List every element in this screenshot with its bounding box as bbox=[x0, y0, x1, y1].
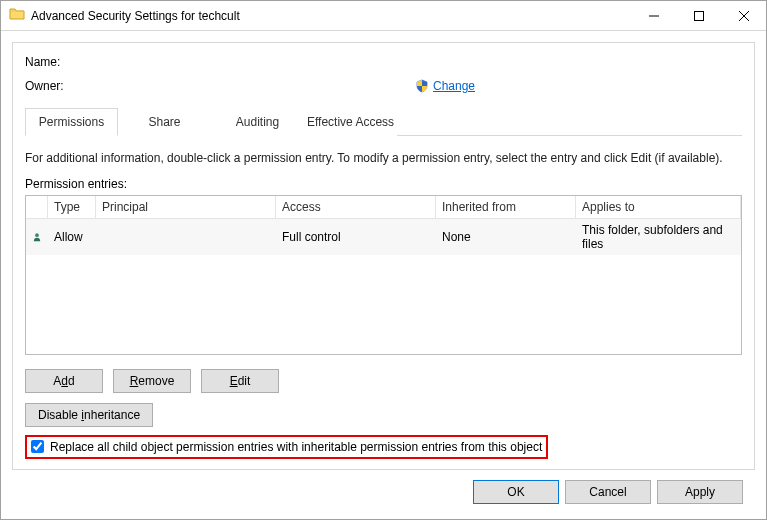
entry-buttons-row: Add Remove Edit bbox=[25, 369, 742, 393]
col-icon[interactable] bbox=[26, 196, 48, 218]
window-title: Advanced Security Settings for techcult bbox=[31, 9, 631, 23]
svg-point-4 bbox=[35, 233, 39, 237]
permission-entries-grid[interactable]: Type Principal Access Inherited from App… bbox=[25, 195, 742, 355]
cell-inherited: None bbox=[436, 226, 576, 248]
grid-header: Type Principal Access Inherited from App… bbox=[26, 196, 741, 219]
remove-button[interactable]: Remove bbox=[113, 369, 191, 393]
disable-inheritance-row: Disable inheritance bbox=[25, 403, 742, 427]
replace-child-entries-label: Replace all child object permission entr… bbox=[50, 440, 542, 454]
entries-label: Permission entries: bbox=[25, 177, 742, 191]
cell-access: Full control bbox=[276, 226, 436, 248]
edit-button[interactable]: Edit bbox=[201, 369, 279, 393]
col-applies[interactable]: Applies to bbox=[576, 196, 741, 218]
close-button[interactable] bbox=[721, 1, 766, 31]
disable-inheritance-button[interactable]: Disable inheritance bbox=[25, 403, 153, 427]
content-area: Name: Owner: Chan bbox=[1, 31, 766, 520]
apply-button[interactable]: Apply bbox=[657, 480, 743, 504]
titlebar: Advanced Security Settings for techcult bbox=[1, 1, 766, 31]
table-row[interactable]: Allow Full control None This folder, sub… bbox=[26, 219, 741, 255]
tab-auditing[interactable]: Auditing bbox=[211, 108, 304, 136]
tab-share[interactable]: Share bbox=[118, 108, 211, 136]
user-icon bbox=[26, 226, 48, 248]
col-inherited[interactable]: Inherited from bbox=[436, 196, 576, 218]
name-label: Name: bbox=[25, 55, 115, 69]
shield-icon bbox=[415, 79, 429, 93]
minimize-button[interactable] bbox=[631, 1, 676, 31]
cancel-button[interactable]: Cancel bbox=[565, 480, 651, 504]
cell-principal bbox=[96, 233, 276, 241]
panel: Name: Owner: Chan bbox=[12, 42, 755, 470]
ok-button[interactable]: OK bbox=[473, 480, 559, 504]
owner-row: Owner: Change bbox=[25, 79, 742, 93]
add-button[interactable]: Add bbox=[25, 369, 103, 393]
window: Advanced Security Settings for techcult … bbox=[0, 0, 767, 520]
col-access[interactable]: Access bbox=[276, 196, 436, 218]
change-owner-link[interactable]: Change bbox=[433, 79, 475, 93]
owner-label: Owner: bbox=[25, 79, 115, 93]
svg-rect-1 bbox=[694, 11, 703, 20]
cell-type: Allow bbox=[48, 226, 96, 248]
col-principal[interactable]: Principal bbox=[96, 196, 276, 218]
replace-child-entries-checkbox-row[interactable]: Replace all child object permission entr… bbox=[25, 435, 548, 459]
info-text: For additional information, double-click… bbox=[25, 150, 742, 167]
dialog-footer: OK Cancel Apply bbox=[12, 470, 755, 514]
replace-child-entries-checkbox[interactable] bbox=[31, 440, 44, 453]
folder-icon bbox=[9, 6, 25, 25]
cell-applies: This folder, subfolders and files bbox=[576, 219, 741, 255]
maximize-button[interactable] bbox=[676, 1, 721, 31]
tabstrip: Permissions Share Auditing Effective Acc… bbox=[25, 107, 742, 136]
col-type[interactable]: Type bbox=[48, 196, 96, 218]
name-row: Name: bbox=[25, 55, 742, 69]
tab-permissions[interactable]: Permissions bbox=[25, 108, 118, 136]
tab-effective-access[interactable]: Effective Access bbox=[304, 108, 397, 136]
